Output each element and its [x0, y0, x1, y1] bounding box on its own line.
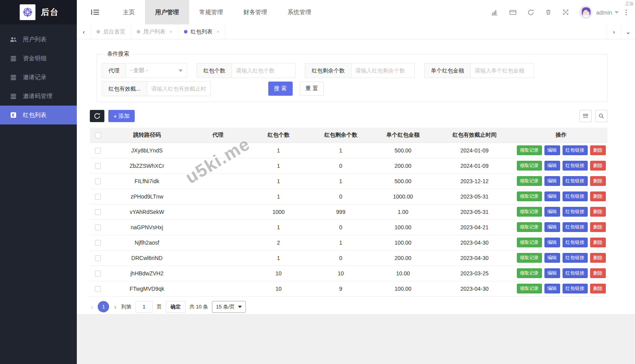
action-button-4[interactable]: 删除 [590, 253, 606, 263]
row-checkbox[interactable] [95, 271, 101, 277]
action-button-3[interactable]: 红包链接 [563, 176, 588, 186]
card-icon[interactable] [509, 9, 516, 16]
avatar[interactable] [579, 6, 592, 19]
action-button-4[interactable]: 删除 [590, 238, 606, 247]
action-button-4[interactable]: 删除 [590, 176, 606, 186]
nav-item-2[interactable]: 用户管理 [145, 0, 189, 24]
sidebar-item-5[interactable]: 红包列表 [0, 106, 77, 124]
nav-item-1[interactable]: 主页 [113, 0, 145, 24]
menu-fold-icon[interactable] [91, 9, 99, 16]
page-size-select[interactable]: 15 条/页 [212, 301, 246, 313]
expand-icon[interactable] [563, 9, 569, 15]
action-button-2[interactable]: 编辑 [544, 222, 560, 232]
columns-toggle-button[interactable] [579, 110, 592, 122]
action-button-2[interactable]: 编辑 [544, 284, 560, 293]
cell-code: jhHBdwZVH2 [106, 266, 188, 281]
action-button-1[interactable]: 领取记录 [517, 176, 542, 186]
action-button-1[interactable]: 领取记录 [517, 207, 542, 217]
action-button-3[interactable]: 红包链接 [563, 161, 588, 171]
user-menu[interactable]: admin [596, 9, 619, 16]
action-button-2[interactable]: 编辑 [544, 268, 560, 278]
search-button[interactable]: 搜 索 [268, 82, 293, 96]
action-button-1[interactable]: 领取记录 [517, 145, 542, 155]
users-icon [9, 35, 17, 43]
action-button-3[interactable]: 红包链接 [563, 191, 588, 201]
tab-2[interactable]: 用户列表× [131, 24, 178, 39]
action-button-1[interactable]: 领取记录 [517, 268, 542, 278]
nav-item-4[interactable]: 财务管理 [233, 0, 277, 24]
action-button-4[interactable]: 删除 [590, 222, 606, 232]
tab-3[interactable]: 红包列表× [178, 24, 226, 39]
add-button[interactable]: +添加 [108, 110, 135, 122]
action-button-1[interactable]: 领取记录 [517, 284, 542, 293]
deadline-input[interactable] [147, 81, 211, 96]
row-actions-cell: 领取记录编辑红包链接删除 [515, 219, 607, 235]
action-button-1[interactable]: 领取记录 [517, 222, 542, 232]
action-button-2[interactable]: 编辑 [544, 145, 560, 155]
action-button-3[interactable]: 红包链接 [563, 253, 588, 263]
action-button-3[interactable]: 红包链接 [563, 268, 588, 278]
more-menu-icon[interactable] [625, 9, 627, 16]
row-checkbox[interactable] [95, 286, 101, 292]
row-checkbox[interactable] [95, 163, 101, 169]
current-page-button[interactable]: 1 [98, 301, 109, 312]
prev-page-button[interactable]: ‹ [90, 303, 94, 310]
action-button-3[interactable]: 红包链接 [563, 222, 588, 232]
row-checkbox[interactable] [95, 194, 101, 200]
search-field-input[interactable] [351, 63, 415, 78]
search-toggle-button[interactable] [595, 110, 607, 122]
action-button-4[interactable]: 删除 [590, 145, 606, 155]
goto-confirm-button[interactable]: 确定 [166, 301, 186, 313]
next-page-button[interactable]: › [113, 303, 117, 310]
refresh-icon[interactable] [527, 9, 534, 16]
search-field-input[interactable] [470, 63, 534, 78]
row-actions-cell: 领取记录编辑红包链接删除 [515, 143, 607, 158]
tab-close-icon[interactable]: × [169, 29, 173, 35]
goto-page-input[interactable] [136, 301, 153, 313]
select-all-checkbox[interactable] [95, 132, 101, 138]
action-button-4[interactable]: 删除 [590, 268, 606, 278]
action-button-1[interactable]: 领取记录 [517, 253, 542, 263]
action-button-3[interactable]: 红包链接 [563, 207, 588, 217]
action-button-2[interactable]: 编辑 [544, 161, 560, 171]
action-button-4[interactable]: 删除 [590, 207, 606, 217]
tabs-scroll-left-button[interactable]: ‹ [77, 24, 91, 39]
tab-close-icon[interactable]: × [217, 29, 220, 35]
refresh-button[interactable] [90, 110, 104, 122]
action-button-1[interactable]: 领取记录 [517, 238, 542, 247]
nav-item-5[interactable]: 系统管理 [277, 0, 321, 24]
action-button-4[interactable]: 删除 [590, 191, 606, 201]
row-checkbox[interactable] [95, 255, 101, 261]
tabs-menu-button[interactable]: ⌄ [621, 24, 635, 39]
row-checkbox[interactable] [95, 178, 101, 184]
nav-item-3[interactable]: 常规管理 [189, 0, 233, 24]
sidebar-item-3[interactable]: 邀请记录 [0, 68, 77, 87]
reset-button[interactable]: 重 置 [300, 82, 324, 96]
action-button-2[interactable]: 编辑 [544, 238, 560, 247]
action-button-3[interactable]: 红包链接 [563, 145, 588, 155]
sidebar-item-4[interactable]: 邀请码管理 [0, 87, 77, 106]
sidebar-item-2[interactable]: 资金明细 [0, 49, 77, 68]
search-field-input[interactable] [232, 63, 295, 78]
row-checkbox[interactable] [95, 240, 101, 246]
action-button-4[interactable]: 删除 [590, 284, 606, 293]
agent-select[interactable]: - 全部 - [126, 63, 187, 78]
tab-1[interactable]: 后台首页 [91, 24, 131, 39]
action-button-2[interactable]: 编辑 [544, 176, 560, 186]
cell-deadline: 2023-12-12 [434, 173, 515, 189]
action-button-4[interactable]: 删除 [590, 161, 606, 171]
action-button-2[interactable]: 编辑 [544, 207, 560, 217]
action-button-1[interactable]: 领取记录 [517, 161, 542, 171]
action-button-3[interactable]: 红包链接 [563, 238, 588, 247]
row-checkbox[interactable] [95, 209, 101, 215]
action-button-2[interactable]: 编辑 [544, 191, 560, 201]
trash-icon[interactable] [545, 9, 551, 15]
sidebar-item-1[interactable]: 用户列表 [0, 30, 77, 49]
action-button-1[interactable]: 领取记录 [517, 191, 542, 201]
action-button-3[interactable]: 红包链接 [563, 284, 588, 293]
tabs-scroll-right-button[interactable]: › [607, 24, 621, 39]
row-checkbox[interactable] [95, 225, 101, 230]
action-button-2[interactable]: 编辑 [544, 253, 560, 263]
row-checkbox[interactable] [95, 148, 101, 154]
chart-icon[interactable] [491, 9, 498, 16]
